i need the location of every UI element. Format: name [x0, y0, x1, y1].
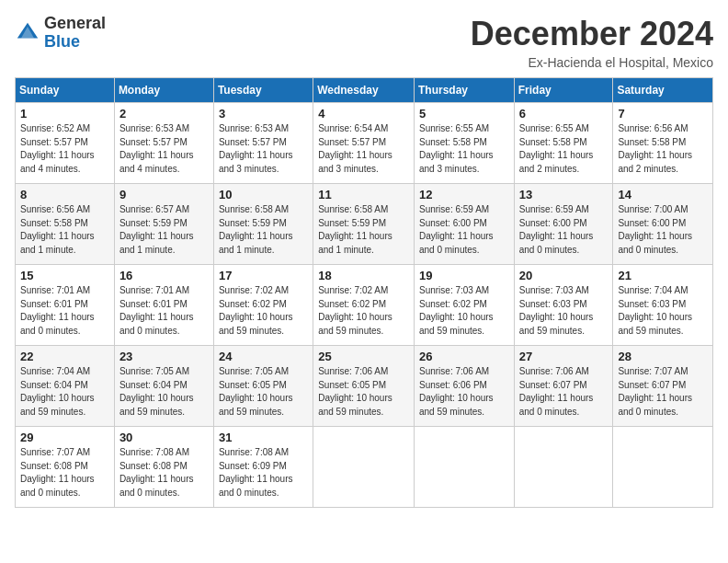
day-number: 8	[20, 188, 109, 201]
calendar-cell: 15Sunrise: 7:01 AM Sunset: 6:01 PM Dayli…	[16, 265, 115, 346]
day-info: Sunrise: 7:01 AM Sunset: 6:01 PM Dayligh…	[20, 284, 109, 338]
day-number: 29	[20, 431, 109, 444]
calendar-cell: 21Sunrise: 7:04 AM Sunset: 6:03 PM Dayli…	[613, 265, 713, 346]
day-number: 11	[318, 188, 409, 201]
column-header-friday: Friday	[514, 78, 613, 103]
day-number: 19	[419, 269, 509, 282]
day-number: 22	[20, 350, 109, 363]
calendar-table: SundayMondayTuesdayWednesdayThursdayFrid…	[15, 77, 713, 508]
day-number: 10	[219, 188, 308, 201]
day-number: 13	[519, 188, 609, 201]
calendar-cell: 3Sunrise: 6:53 AM Sunset: 5:57 PM Daylig…	[213, 103, 313, 184]
day-number: 2	[119, 107, 209, 121]
calendar-cell: 14Sunrise: 7:00 AM Sunset: 6:00 PM Dayli…	[613, 184, 713, 265]
location-subtitle: Ex-Hacienda el Hospital, Mexico	[471, 55, 713, 70]
day-number: 25	[318, 350, 409, 363]
calendar-cell: 10Sunrise: 6:58 AM Sunset: 5:59 PM Dayli…	[213, 184, 313, 265]
day-info: Sunrise: 7:03 AM Sunset: 6:03 PM Dayligh…	[519, 284, 609, 338]
day-number: 9	[119, 188, 209, 201]
calendar-cell: 18Sunrise: 7:02 AM Sunset: 6:02 PM Dayli…	[313, 265, 415, 346]
logo-icon	[15, 20, 40, 46]
calendar-cell	[414, 427, 514, 508]
calendar-cell: 28Sunrise: 7:07 AM Sunset: 6:07 PM Dayli…	[613, 346, 713, 427]
day-info: Sunrise: 6:56 AM Sunset: 5:58 PM Dayligh…	[20, 203, 109, 257]
calendar-week-row: 22Sunrise: 7:04 AM Sunset: 6:04 PM Dayli…	[16, 346, 713, 427]
day-number: 16	[119, 269, 209, 282]
day-number: 17	[219, 269, 308, 282]
calendar-cell: 9Sunrise: 6:57 AM Sunset: 5:59 PM Daylig…	[114, 184, 213, 265]
day-number: 31	[219, 431, 308, 444]
calendar-cell	[613, 427, 713, 508]
page-header: General Blue December 2024 Ex-Hacienda e…	[15, 15, 713, 70]
title-block: December 2024 Ex-Hacienda el Hospital, M…	[471, 15, 713, 70]
day-number: 26	[419, 350, 509, 363]
calendar-cell: 11Sunrise: 6:58 AM Sunset: 5:59 PM Dayli…	[313, 184, 415, 265]
calendar-cell: 4Sunrise: 6:54 AM Sunset: 5:57 PM Daylig…	[313, 103, 415, 184]
calendar-cell: 24Sunrise: 7:05 AM Sunset: 6:05 PM Dayli…	[213, 346, 313, 427]
column-header-tuesday: Tuesday	[213, 78, 313, 103]
day-number: 1	[20, 107, 109, 121]
calendar-cell: 25Sunrise: 7:06 AM Sunset: 6:05 PM Dayli…	[313, 346, 415, 427]
day-number: 20	[519, 269, 609, 282]
day-info: Sunrise: 7:08 AM Sunset: 6:09 PM Dayligh…	[219, 446, 308, 500]
day-info: Sunrise: 7:03 AM Sunset: 6:02 PM Dayligh…	[419, 284, 509, 338]
day-info: Sunrise: 6:58 AM Sunset: 5:59 PM Dayligh…	[219, 203, 308, 257]
calendar-header-row: SundayMondayTuesdayWednesdayThursdayFrid…	[16, 78, 713, 103]
day-info: Sunrise: 6:56 AM Sunset: 5:58 PM Dayligh…	[618, 122, 708, 176]
day-info: Sunrise: 7:02 AM Sunset: 6:02 PM Dayligh…	[318, 284, 409, 338]
calendar-cell	[313, 427, 415, 508]
calendar-cell: 8Sunrise: 6:56 AM Sunset: 5:58 PM Daylig…	[16, 184, 115, 265]
calendar-cell: 27Sunrise: 7:06 AM Sunset: 6:07 PM Dayli…	[514, 346, 613, 427]
day-info: Sunrise: 7:07 AM Sunset: 6:07 PM Dayligh…	[618, 365, 708, 419]
logo-blue: Blue	[44, 33, 106, 52]
day-number: 7	[618, 107, 708, 121]
column-header-saturday: Saturday	[613, 78, 713, 103]
day-info: Sunrise: 6:53 AM Sunset: 5:57 PM Dayligh…	[119, 122, 209, 176]
day-number: 5	[419, 107, 509, 121]
day-info: Sunrise: 7:04 AM Sunset: 6:03 PM Dayligh…	[618, 284, 708, 338]
column-header-thursday: Thursday	[414, 78, 514, 103]
day-info: Sunrise: 7:06 AM Sunset: 6:05 PM Dayligh…	[318, 365, 409, 419]
day-info: Sunrise: 6:55 AM Sunset: 5:58 PM Dayligh…	[419, 122, 509, 176]
day-info: Sunrise: 7:08 AM Sunset: 6:08 PM Dayligh…	[119, 446, 209, 500]
calendar-week-row: 29Sunrise: 7:07 AM Sunset: 6:08 PM Dayli…	[16, 427, 713, 508]
day-number: 27	[519, 350, 609, 363]
day-info: Sunrise: 7:05 AM Sunset: 6:04 PM Dayligh…	[119, 365, 209, 419]
day-number: 21	[618, 269, 708, 282]
day-info: Sunrise: 6:52 AM Sunset: 5:57 PM Dayligh…	[20, 122, 109, 176]
day-number: 6	[519, 107, 609, 121]
calendar-cell: 12Sunrise: 6:59 AM Sunset: 6:00 PM Dayli…	[414, 184, 514, 265]
logo: General Blue	[15, 15, 106, 52]
day-number: 24	[219, 350, 308, 363]
day-info: Sunrise: 6:53 AM Sunset: 5:57 PM Dayligh…	[219, 122, 308, 176]
calendar-cell: 20Sunrise: 7:03 AM Sunset: 6:03 PM Dayli…	[514, 265, 613, 346]
day-info: Sunrise: 6:59 AM Sunset: 6:00 PM Dayligh…	[419, 203, 509, 257]
calendar-cell: 22Sunrise: 7:04 AM Sunset: 6:04 PM Dayli…	[16, 346, 115, 427]
day-info: Sunrise: 6:55 AM Sunset: 5:58 PM Dayligh…	[519, 122, 609, 176]
day-number: 12	[419, 188, 509, 201]
day-number: 30	[119, 431, 209, 444]
calendar-cell: 16Sunrise: 7:01 AM Sunset: 6:01 PM Dayli…	[114, 265, 213, 346]
month-title: December 2024	[471, 15, 713, 53]
calendar-cell: 6Sunrise: 6:55 AM Sunset: 5:58 PM Daylig…	[514, 103, 613, 184]
calendar-cell: 5Sunrise: 6:55 AM Sunset: 5:58 PM Daylig…	[414, 103, 514, 184]
calendar-week-row: 15Sunrise: 7:01 AM Sunset: 6:01 PM Dayli…	[16, 265, 713, 346]
day-info: Sunrise: 7:02 AM Sunset: 6:02 PM Dayligh…	[219, 284, 308, 338]
calendar-cell: 31Sunrise: 7:08 AM Sunset: 6:09 PM Dayli…	[213, 427, 313, 508]
day-info: Sunrise: 7:01 AM Sunset: 6:01 PM Dayligh…	[119, 284, 209, 338]
day-number: 15	[20, 269, 109, 282]
calendar-week-row: 8Sunrise: 6:56 AM Sunset: 5:58 PM Daylig…	[16, 184, 713, 265]
column-header-sunday: Sunday	[16, 78, 115, 103]
day-info: Sunrise: 6:57 AM Sunset: 5:59 PM Dayligh…	[119, 203, 209, 257]
day-number: 14	[618, 188, 708, 201]
day-number: 28	[618, 350, 708, 363]
day-info: Sunrise: 7:07 AM Sunset: 6:08 PM Dayligh…	[20, 446, 109, 500]
day-info: Sunrise: 7:06 AM Sunset: 6:06 PM Dayligh…	[419, 365, 509, 419]
calendar-cell: 29Sunrise: 7:07 AM Sunset: 6:08 PM Dayli…	[16, 427, 115, 508]
calendar-cell: 19Sunrise: 7:03 AM Sunset: 6:02 PM Dayli…	[414, 265, 514, 346]
column-header-wednesday: Wednesday	[313, 78, 415, 103]
calendar-cell: 17Sunrise: 7:02 AM Sunset: 6:02 PM Dayli…	[213, 265, 313, 346]
calendar-cell: 26Sunrise: 7:06 AM Sunset: 6:06 PM Dayli…	[414, 346, 514, 427]
day-info: Sunrise: 6:59 AM Sunset: 6:00 PM Dayligh…	[519, 203, 609, 257]
day-number: 18	[318, 269, 409, 282]
